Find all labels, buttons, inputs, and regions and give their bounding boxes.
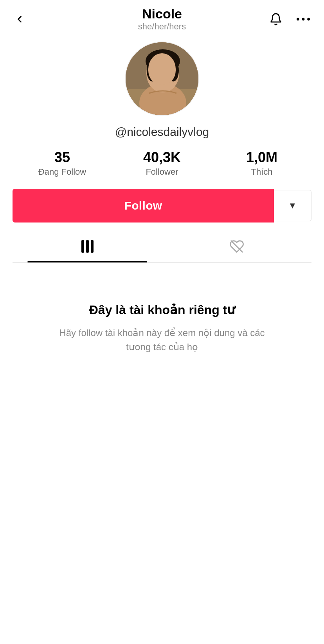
- svg-point-2: [307, 18, 310, 21]
- profile-name: Nicole: [138, 7, 186, 21]
- following-label: Đang Follow: [38, 167, 86, 177]
- follow-button[interactable]: Follow: [13, 189, 274, 223]
- grid-bar-1: [81, 240, 84, 253]
- action-row: Follow ▼: [13, 189, 311, 223]
- svg-point-0: [297, 18, 299, 21]
- svg-point-11: [155, 71, 160, 78]
- avatar-svg: [126, 42, 198, 115]
- svg-point-14: [166, 73, 169, 76]
- tab-grid[interactable]: [13, 230, 162, 262]
- svg-point-1: [302, 18, 305, 21]
- svg-point-12: [165, 71, 171, 78]
- svg-point-10: [168, 60, 179, 81]
- header-right: [268, 11, 311, 27]
- stat-following[interactable]: 35 Đang Follow: [13, 150, 112, 177]
- header-center: Nicole she/her/hers: [138, 7, 186, 31]
- header: Nicole she/her/hers: [0, 0, 324, 34]
- following-count: 35: [54, 150, 70, 165]
- private-account-title: Đây là tài khoản riêng tư: [89, 302, 235, 318]
- avatar-image: [126, 42, 198, 115]
- stat-followers[interactable]: 40,3K Follower: [112, 150, 212, 177]
- likes-count: 1,0M: [246, 150, 277, 165]
- liked-heart-icon: [229, 239, 245, 254]
- profile-pronouns: she/her/hers: [138, 22, 186, 32]
- username: @nicolesdailyvlog: [115, 125, 209, 139]
- grid-icon: [81, 240, 94, 253]
- stat-likes[interactable]: 1,0M Thích: [212, 150, 311, 177]
- more-icon: [297, 17, 310, 21]
- tabs-row: [13, 230, 311, 263]
- bell-icon: [269, 13, 283, 26]
- followers-label: Follower: [146, 167, 178, 177]
- grid-bar-2: [86, 240, 89, 253]
- private-account-description: Hãy follow tài khoản này để xem nội dung…: [52, 326, 272, 354]
- dropdown-button[interactable]: ▼: [274, 190, 311, 221]
- avatar: [125, 42, 199, 116]
- back-button[interactable]: [13, 12, 27, 26]
- tab-liked[interactable]: [162, 230, 311, 262]
- profile-section: @nicolesdailyvlog 35 Đang Follow 40,3K F…: [0, 34, 324, 263]
- stats-row: 35 Đang Follow 40,3K Follower 1,0M Thích: [13, 150, 311, 177]
- notification-button[interactable]: [268, 11, 284, 27]
- followers-count: 40,3K: [143, 150, 181, 165]
- grid-bars: [81, 240, 94, 253]
- dropdown-arrow-icon: ▼: [288, 201, 297, 211]
- likes-label: Thích: [251, 167, 272, 177]
- svg-point-13: [156, 73, 159, 76]
- more-options-button[interactable]: [295, 16, 311, 23]
- back-icon: [14, 14, 25, 25]
- svg-point-9: [147, 60, 158, 81]
- grid-bar-3: [91, 240, 94, 253]
- header-left: [13, 12, 27, 26]
- private-section: Đây là tài khoản riêng tư Hãy follow tài…: [0, 263, 324, 378]
